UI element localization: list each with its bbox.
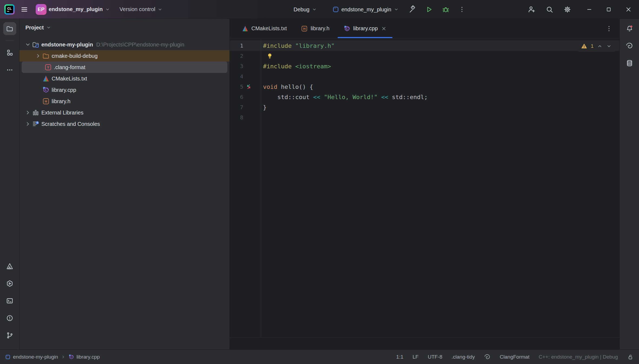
code-line-3[interactable]: 3#include <iostream>: [230, 61, 620, 71]
version-control-widget[interactable]: Version control: [118, 5, 164, 14]
terminal-icon: [6, 297, 14, 305]
run-button[interactable]: [425, 5, 433, 14]
line-separator[interactable]: LF: [412, 354, 418, 360]
settings-icon[interactable]: [563, 5, 571, 14]
code-with-me-icon[interactable]: [528, 5, 536, 14]
caret-position[interactable]: 1:1: [396, 354, 403, 360]
code-token: "Hello, World!": [324, 94, 378, 100]
maximize-button[interactable]: [605, 6, 612, 13]
resolve-context[interactable]: C++: endstone_my_plugin | Debug: [539, 354, 618, 360]
code-line-4[interactable]: 4: [230, 71, 620, 82]
code-line-5[interactable]: 5void hello() {: [230, 82, 620, 92]
chevron-down-icon[interactable]: [24, 41, 31, 48]
tree-item-library-h[interactable]: Hlibrary.h: [19, 96, 229, 107]
project-folder-icon: [32, 41, 39, 48]
tab-library-cpp[interactable]: Clibrary.cpp: [337, 19, 394, 38]
goto-related-symbol-icon[interactable]: [244, 82, 253, 91]
more-tools-button[interactable]: [3, 63, 16, 76]
code-line-8[interactable]: 8: [230, 112, 620, 123]
tab-cmakelists-txt[interactable]: CMakeLists.txt: [235, 19, 294, 38]
folder-excluded-icon: [42, 52, 50, 60]
debug-button[interactable]: [442, 5, 450, 14]
database-tool-button[interactable]: [623, 57, 636, 70]
ai-assistant-button[interactable]: [623, 39, 636, 52]
breadcrumb-library-cpp[interactable]: Clibrary.cpp: [68, 354, 100, 360]
minimize-button[interactable]: [586, 6, 593, 13]
structure-icon: [6, 49, 14, 56]
tab-library-h[interactable]: Hlibrary.h: [294, 19, 337, 38]
tree-item-cmake-build-debug[interactable]: cmake-build-debug: [19, 50, 229, 62]
build-button[interactable]: [408, 5, 416, 14]
tree-item--clang-format[interactable]: Y.clang-format: [22, 62, 227, 73]
code-text: void hello() {: [254, 83, 313, 90]
breadcrumb-endstone-my-plugin[interactable]: endstone-my-plugin: [5, 354, 58, 360]
code-editor[interactable]: 1#include "library.h"23#include <iostrea…: [230, 38, 620, 338]
chevron-down-icon: [394, 7, 399, 12]
git-tool-button[interactable]: [3, 329, 16, 342]
close-tab-icon[interactable]: [381, 26, 387, 31]
code-line-2[interactable]: 2: [230, 51, 620, 61]
read-only-toggle-icon[interactable]: [627, 354, 634, 360]
code-token: }: [263, 104, 267, 111]
file-encoding[interactable]: UTF-8: [428, 354, 442, 360]
tab-options-icon[interactable]: [605, 25, 613, 32]
chevron-right-icon[interactable]: [35, 52, 42, 59]
cpp-file-icon: C: [68, 354, 74, 360]
code-token: [320, 94, 324, 100]
chevron-right-icon[interactable]: [24, 120, 31, 127]
cmake-file-icon: [42, 75, 50, 82]
next-problem-icon[interactable]: [606, 43, 612, 49]
clang-tidy[interactable]: .clang-tidy: [451, 354, 475, 360]
code-line-7[interactable]: 7}: [230, 102, 620, 112]
run-tool-button[interactable]: [3, 277, 16, 290]
line-number[interactable]: 1: [230, 42, 243, 49]
code-line-1[interactable]: 1#include "library.h": [230, 41, 620, 51]
line-number[interactable]: 6: [230, 94, 243, 100]
gutter-separator: [261, 38, 261, 338]
inspection-widget[interactable]: 1: [577, 41, 616, 52]
tree-item-scratches-and-consoles[interactable]: Scratches and Consoles: [19, 118, 229, 130]
tree-item-label: library.h: [52, 98, 71, 105]
main-menu-icon[interactable]: [21, 6, 28, 13]
code-line-6[interactable]: 6 std::cout << "Hello, World!" << std::e…: [230, 92, 620, 102]
more-actions-icon[interactable]: [458, 6, 465, 13]
tree-item-label: External Libraries: [41, 110, 84, 116]
tree-item-label: Scratches and Consoles: [41, 121, 100, 127]
run-mode-selector[interactable]: Debug: [291, 6, 319, 13]
close-window-button[interactable]: [625, 6, 632, 13]
external-libraries-icon: [32, 109, 39, 116]
code-text: std::cout << "Hello, World!" << std::end…: [254, 94, 428, 100]
line-number[interactable]: 3: [230, 63, 243, 69]
tree-item-library-cpp[interactable]: Clibrary.cpp: [19, 84, 229, 96]
line-number[interactable]: 2: [230, 53, 243, 59]
editor-area: CMakeLists.txtHlibrary.hClibrary.cpp 1#i…: [230, 19, 620, 349]
line-number[interactable]: 8: [230, 114, 243, 121]
run-configuration-selector[interactable]: endstone_my_plugin: [330, 6, 401, 13]
folder-icon: [6, 25, 14, 32]
chevron-down-icon[interactable]: [46, 25, 51, 30]
project-tool-button[interactable]: [3, 22, 16, 35]
svg-text:H: H: [45, 99, 47, 103]
prev-problem-icon[interactable]: [597, 43, 603, 49]
ai-assistant-status-icon[interactable]: [484, 354, 491, 360]
clion-window: CL EP endstone_my_plugin Version control…: [0, 0, 639, 364]
terminal-tool-button[interactable]: [3, 294, 16, 307]
notifications-button[interactable]: [623, 22, 636, 35]
project-widget[interactable]: EP endstone_my_plugin: [34, 2, 112, 16]
line-number[interactable]: 7: [230, 104, 243, 110]
structure-tool-button[interactable]: [3, 46, 16, 59]
problems-tool-button[interactable]: [3, 312, 16, 325]
tab-label: CMakeLists.txt: [251, 25, 287, 32]
intention-bulb-icon[interactable]: [266, 52, 273, 59]
clang-format[interactable]: ClangFormat: [500, 354, 530, 360]
line-number[interactable]: 5: [230, 83, 243, 90]
cmake-tool-button[interactable]: [3, 260, 16, 273]
project-tree: endstone-my-pluginD:\Projects\CPP\endsto…: [19, 36, 229, 130]
breadcrumb-label: library.cpp: [76, 354, 100, 360]
chevron-right-icon[interactable]: [24, 109, 31, 116]
tree-item-cmakelists-txt[interactable]: CMakeLists.txt: [19, 73, 229, 84]
line-number[interactable]: 4: [230, 73, 243, 80]
tree-item-endstone-my-plugin[interactable]: endstone-my-pluginD:\Projects\CPP\endsto…: [19, 39, 229, 50]
search-everywhere-icon[interactable]: [545, 5, 554, 14]
tree-item-external-libraries[interactable]: External Libraries: [19, 107, 229, 118]
